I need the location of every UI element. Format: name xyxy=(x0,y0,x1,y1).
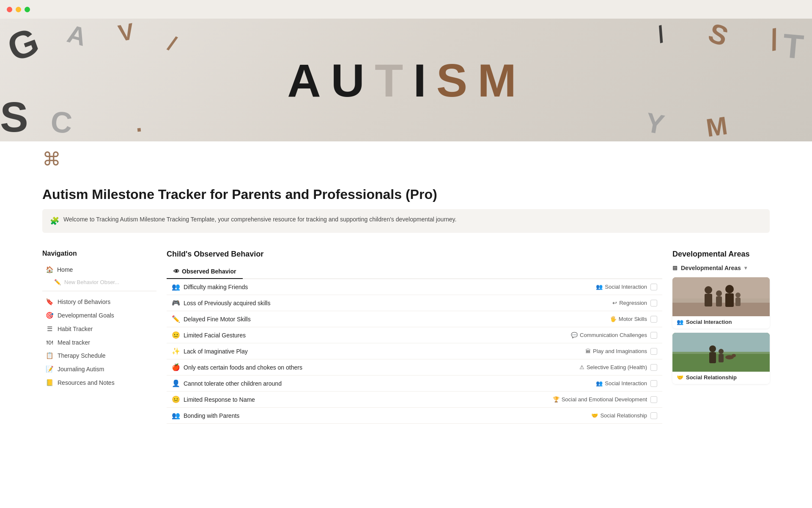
checkbox-0[interactable] xyxy=(650,284,657,290)
behavior-icon-7: 😐 xyxy=(172,395,180,403)
dev-areas-dropdown[interactable]: ⊞ Developmental Areas ▾ xyxy=(672,265,770,271)
card-icon-social: 👥 xyxy=(677,319,683,325)
sidebar-item-therapy-label: Therapy Schedule xyxy=(58,352,106,359)
dev-card-social-interaction[interactable]: 👥 Social Interaction xyxy=(672,277,770,329)
meal-icon: 🍽 xyxy=(46,339,53,346)
sidebar-item-history-label: History of Behaviors xyxy=(58,298,110,305)
dev-card-social-relationship[interactable]: 🤝 Social Relationship xyxy=(672,333,770,384)
behavior-row[interactable]: 🍎 Only eats certain foods and chokes on … xyxy=(167,359,662,375)
behavior-section-title: Child's Observed Behavior xyxy=(167,250,662,259)
behavior-icon-8: 👥 xyxy=(172,411,180,420)
sidebar-item-meal[interactable]: 🍽 Meal tracker xyxy=(42,336,156,348)
goal-icon: 🎯 xyxy=(46,312,53,319)
checkbox-4[interactable] xyxy=(650,348,657,355)
checkbox-1[interactable] xyxy=(650,300,657,306)
behavior-row[interactable]: 👥 Bonding with Parents 🤝 Social Relation… xyxy=(167,408,662,424)
tag-label-7: Social and Emotional Development xyxy=(562,396,647,403)
checkbox-5[interactable] xyxy=(650,364,657,371)
tag-icon-5: ⚠ xyxy=(579,364,584,370)
tag-label-5: Selective Eating (Health) xyxy=(587,364,647,370)
checkbox-7[interactable] xyxy=(650,396,657,403)
behavior-name-8: Bonding with Parents xyxy=(184,412,559,419)
svg-point-5 xyxy=(716,290,722,296)
main-layout: Navigation 🏠 Home ✏️ New Behavior Obser.… xyxy=(0,240,812,434)
welcome-box: 🧩 Welcome to Tracking Autism Milestone T… xyxy=(42,209,770,233)
behavior-row[interactable]: 👥 Difficulty making Friends 👥 Social Int… xyxy=(167,279,662,295)
sidebar-item-therapy[interactable]: 📋 Therapy Schedule xyxy=(42,349,156,362)
home-nav-item[interactable]: 🏠 Home xyxy=(42,263,156,276)
sidebar-item-history[interactable]: 🔖 History of Behaviors xyxy=(42,295,156,308)
dropdown-label: Developmental Areas xyxy=(681,265,741,271)
icon-row: ⌘ xyxy=(0,141,812,177)
new-behavior-input[interactable]: ✏️ New Behavior Obser... xyxy=(42,277,156,287)
hero-banner: G A V / / S / T S C . Y M A U T I S M xyxy=(0,19,812,141)
svg-rect-8 xyxy=(725,293,734,307)
behavior-tag-6: 👥 Social Interaction xyxy=(562,380,647,387)
behavior-row[interactable]: ✨ Lack of Imaginative Play 🏛 Play and Im… xyxy=(167,343,662,359)
minimize-button[interactable] xyxy=(16,7,21,12)
card-image-social-interaction xyxy=(672,277,770,316)
behavior-icon-0: 👥 xyxy=(172,283,180,291)
behavior-name-0: Difficulty making Friends xyxy=(184,284,559,290)
sidebar-item-resources-label: Resources and Notes xyxy=(58,379,115,386)
behavior-row[interactable]: 🎮 Loss of Previously acquired skills ↩ R… xyxy=(167,295,662,311)
svg-rect-4 xyxy=(705,294,712,306)
behavior-row[interactable]: 😐 Limited Facial Gestures 💬 Communicatio… xyxy=(167,327,662,343)
sidebar-title: Navigation xyxy=(42,250,156,257)
behavior-name-5: Only eats certain foods and chokes on ot… xyxy=(184,364,559,371)
card-label-social-interaction: 👥 Social Interaction xyxy=(672,316,770,329)
behavior-name-6: Cannot tolerate other children around xyxy=(184,380,559,387)
home-label: Home xyxy=(57,266,73,273)
sidebar-item-journal[interactable]: 📝 Journaling Autism xyxy=(42,363,156,375)
page-main-title: Autism Milestone Tracker for Parents and… xyxy=(42,187,770,202)
tab-label: Observed Behavior xyxy=(182,268,236,275)
behavior-tag-7: 🏆 Social and Emotional Development xyxy=(553,396,647,403)
resources-icon: 📒 xyxy=(46,379,53,387)
svg-point-3 xyxy=(705,286,712,294)
titlebar xyxy=(0,0,812,19)
behavior-icon-6: 👤 xyxy=(172,379,180,387)
checkbox-8[interactable] xyxy=(650,412,657,419)
svg-rect-6 xyxy=(716,296,722,306)
behavior-row[interactable]: 👤 Cannot tolerate other children around … xyxy=(167,375,662,392)
eye-icon: 👁 xyxy=(173,268,179,275)
checkbox-6[interactable] xyxy=(650,380,657,387)
behavior-tag-0: 👥 Social Interaction xyxy=(562,284,647,290)
checkbox-2[interactable] xyxy=(650,316,657,323)
svg-point-7 xyxy=(725,285,734,293)
sidebar-item-goals[interactable]: 🎯 Developmental Goals xyxy=(42,309,156,322)
behavior-row[interactable]: ✏️ Delayed Fine Motor Skills 🖐 Motor Ski… xyxy=(167,311,662,327)
chevron-down-icon: ▾ xyxy=(744,265,747,271)
svg-point-16 xyxy=(719,349,724,354)
sidebar-item-meal-label: Meal tracker xyxy=(58,339,90,346)
card-icon-relationship: 🤝 xyxy=(677,374,683,381)
tag-icon-4: 🏛 xyxy=(585,348,591,354)
behavior-icon-4: ✨ xyxy=(172,347,180,355)
fullscreen-button[interactable] xyxy=(25,7,30,12)
sidebar-item-habit[interactable]: ☰ Habit Tracker xyxy=(42,323,156,335)
svg-rect-10 xyxy=(735,298,741,306)
behavior-name-4: Lack of Imaginative Play xyxy=(184,348,559,355)
card-label-text-2: Social Relationship xyxy=(686,374,737,381)
behavior-name-1: Loss of Previously acquired skills xyxy=(184,300,559,306)
journal-icon: 📝 xyxy=(46,365,53,373)
welcome-icon: 🧩 xyxy=(50,215,59,227)
sidebar-item-resources[interactable]: 📒 Resources and Notes xyxy=(42,376,156,389)
tab-observed-behavior[interactable]: 👁 Observed Behavior xyxy=(167,265,243,279)
sidebar-item-goals-label: Developmental Goals xyxy=(58,312,114,319)
behavior-icon-2: ✏️ xyxy=(172,315,180,323)
behavior-tag-2: 🖐 Motor Skills xyxy=(562,316,647,322)
behavior-tag-3: 💬 Communication Challenges xyxy=(562,332,647,338)
behavior-name-7: Limited Response to Name xyxy=(184,396,549,403)
tag-label-0: Social Interaction xyxy=(605,284,647,290)
svg-point-14 xyxy=(709,345,716,352)
behavior-name-2: Delayed Fine Motor Skills xyxy=(184,316,559,323)
close-button[interactable] xyxy=(7,7,12,12)
habit-icon: ☰ xyxy=(46,325,53,333)
tag-icon-7: 🏆 xyxy=(553,396,560,403)
grid-icon: ⊞ xyxy=(672,265,678,271)
behavior-row[interactable]: 😐 Limited Response to Name 🏆 Social and … xyxy=(167,392,662,408)
checkbox-3[interactable] xyxy=(650,332,657,339)
behavior-tag-4: 🏛 Play and Imaginations xyxy=(562,348,647,354)
tag-label-2: Motor Skills xyxy=(619,316,647,322)
